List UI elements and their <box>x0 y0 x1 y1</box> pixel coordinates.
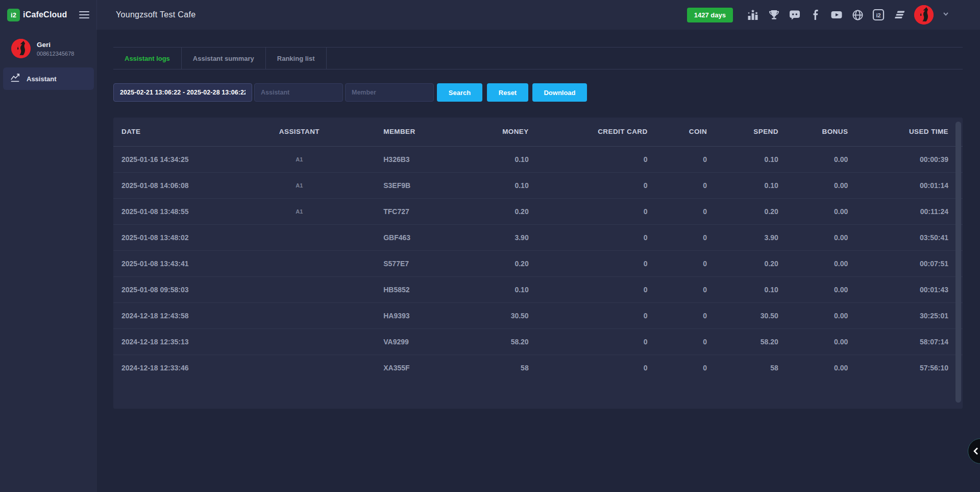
cell-used_time: 03:50:41 <box>848 224 963 250</box>
cell-assistant: A1 <box>249 198 351 224</box>
cell-bonus: 0.00 <box>778 146 848 172</box>
cell-credit_card: 0 <box>529 172 648 198</box>
cell-member: HA9393 <box>350 302 439 329</box>
cell-date: 2025-01-08 13:48:02 <box>113 224 249 250</box>
table-row: 2024-12-18 12:43:58HA939330.500030.500.0… <box>113 302 963 329</box>
col-header-bonus: BONUS <box>778 118 848 146</box>
cell-assistant <box>249 355 351 381</box>
cell-bonus: 0.00 <box>778 198 848 224</box>
sidebar-item-assistant[interactable]: Assistant <box>3 67 94 90</box>
col-header-coin: COIN <box>648 118 707 146</box>
cell-spend: 0.10 <box>707 146 778 172</box>
ranking-icon[interactable] <box>747 9 759 21</box>
cell-money: 0.20 <box>439 250 529 276</box>
cell-assistant <box>249 250 351 276</box>
table-row: 2025-01-08 13:48:55A1TFC7270.20000.200.0… <box>113 198 963 224</box>
cell-used_time: 00:00:39 <box>848 146 963 172</box>
cell-credit_card: 0 <box>529 276 648 302</box>
cell-member: S577E7 <box>350 250 439 276</box>
cell-used_time: 58:07:14 <box>848 329 963 355</box>
table-row: 2025-01-08 13:48:02GBF4633.90003.900.000… <box>113 224 963 250</box>
cell-coin: 0 <box>648 198 707 224</box>
cell-spend: 58.20 <box>707 329 778 355</box>
sidebar-user-avatar <box>11 39 31 58</box>
tab-assistant-summary[interactable]: Assistant summary <box>182 48 266 69</box>
table-row: 2024-12-18 12:33:46XA355F5800580.0057:56… <box>113 355 963 381</box>
cell-money: 58 <box>439 355 529 381</box>
discord-icon[interactable] <box>789 9 801 21</box>
cell-used_time: 00:01:43 <box>848 276 963 302</box>
cell-date: 2025-01-08 13:48:55 <box>113 198 249 224</box>
cell-assistant <box>249 302 351 329</box>
license-days-badge[interactable]: 1427 days <box>687 8 733 22</box>
cell-coin: 0 <box>648 146 707 172</box>
cell-money: 3.90 <box>439 224 529 250</box>
cell-coin: 0 <box>648 302 707 329</box>
brand: i2 iCafeCloud <box>0 0 97 30</box>
top-bar-actions: 1427 days <box>687 5 949 25</box>
col-header-spend: SPEND <box>707 118 778 146</box>
cell-bonus: 0.00 <box>778 302 848 329</box>
tab-ranking-list[interactable]: Ranking list <box>266 48 327 69</box>
cell-coin: 0 <box>648 250 707 276</box>
facebook-icon[interactable] <box>810 9 822 21</box>
table-scrollbar-thumb[interactable] <box>955 122 961 403</box>
youtube-icon[interactable] <box>830 9 843 21</box>
cell-bonus: 0.00 <box>778 172 848 198</box>
cell-bonus: 0.00 <box>778 276 848 302</box>
main-content: Assistant logs Assistant summary Ranking… <box>97 30 980 492</box>
col-header-used-time: USED TIME <box>848 118 963 146</box>
hamburger-menu-icon[interactable] <box>79 9 89 20</box>
table-row: 2025-01-08 13:43:41S577E70.20000.200.000… <box>113 250 963 276</box>
user-id: 008612345678 <box>37 51 74 57</box>
cell-date: 2024-12-18 12:43:58 <box>113 302 249 329</box>
search-button[interactable]: Search <box>437 83 482 102</box>
col-header-member: MEMBER <box>350 118 439 146</box>
cell-credit_card: 0 <box>529 355 648 381</box>
cell-used_time: 30:25:01 <box>848 302 963 329</box>
top-bar-main: Youngzsoft Test Cafe 1427 days <box>97 0 980 30</box>
cell-date: 2024-12-18 12:33:46 <box>113 355 249 381</box>
filter-bar: Search Reset Download <box>113 83 963 102</box>
col-header-date: DATE <box>113 118 249 146</box>
cell-member: XA355F <box>350 355 439 381</box>
chevron-down-icon[interactable] <box>942 10 949 19</box>
tab-assistant-logs[interactable]: Assistant logs <box>113 48 182 69</box>
cell-money: 0.10 <box>439 146 529 172</box>
cell-money: 30.50 <box>439 302 529 329</box>
cell-date: 2025-01-08 09:58:03 <box>113 276 249 302</box>
col-header-money: MONEY <box>439 118 529 146</box>
cell-coin: 0 <box>648 329 707 355</box>
cell-used_time: 00:07:51 <box>848 250 963 276</box>
line-chart-icon <box>10 73 20 85</box>
reset-button[interactable]: Reset <box>487 83 528 102</box>
assistant-input[interactable] <box>254 83 343 102</box>
icafecloud-icon[interactable]: i2 <box>872 9 885 21</box>
table-row: 2025-01-08 14:06:08A1S3EF9B0.10000.100.0… <box>113 172 963 198</box>
cell-bonus: 0.00 <box>778 355 848 381</box>
cell-bonus: 0.00 <box>778 329 848 355</box>
col-header-assistant: ASSISTANT <box>249 118 351 146</box>
cell-spend: 30.50 <box>707 302 778 329</box>
user-avatar[interactable] <box>914 5 934 25</box>
cell-coin: 0 <box>648 276 707 302</box>
sidebar-item-label: Assistant <box>27 75 57 83</box>
download-button[interactable]: Download <box>532 83 587 102</box>
brand-name: iCafeCloud <box>23 10 67 19</box>
date-range-input[interactable] <box>113 83 252 102</box>
cell-assistant: A1 <box>249 172 351 198</box>
cell-spend: 0.20 <box>707 250 778 276</box>
cell-bonus: 0.00 <box>778 250 848 276</box>
table-body: 2025-01-16 14:34:25A1H326B30.10000.100.0… <box>113 146 963 381</box>
cell-used_time: 00:01:14 <box>848 172 963 198</box>
member-input[interactable] <box>345 83 434 102</box>
cell-used_time: 57:56:10 <box>848 355 963 381</box>
cell-bonus: 0.00 <box>778 224 848 250</box>
cell-spend: 3.90 <box>707 224 778 250</box>
trophy-icon[interactable] <box>768 9 780 21</box>
globe-icon[interactable] <box>851 9 864 21</box>
top-bar: i2 iCafeCloud Youngzsoft Test Cafe 1427 … <box>0 0 980 30</box>
cell-coin: 0 <box>648 172 707 198</box>
themes-icon[interactable] <box>893 9 905 21</box>
cell-money: 58.20 <box>439 329 529 355</box>
